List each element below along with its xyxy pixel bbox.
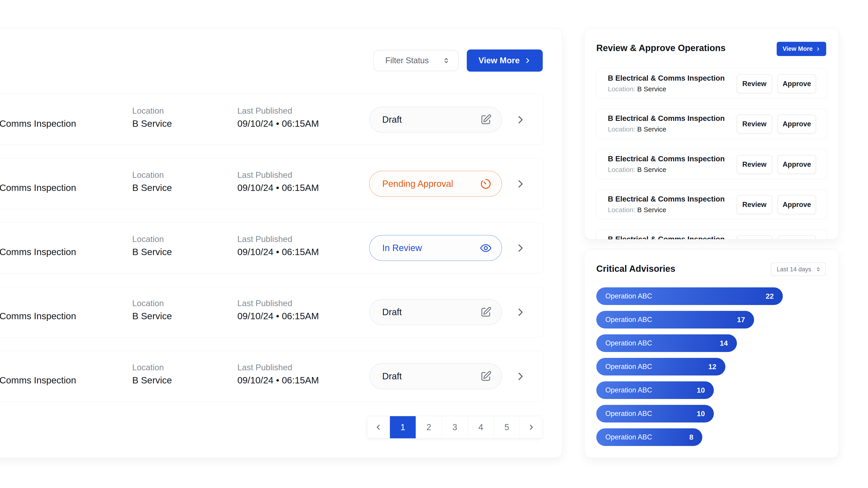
bar-label: Operation ABC (605, 339, 652, 347)
location-label: Location (132, 363, 164, 372)
chevron-right-icon[interactable] (515, 307, 526, 318)
status-badge[interactable]: In Review (369, 235, 502, 261)
location-label: Location: (608, 166, 636, 173)
bar-label: Operation ABC (605, 363, 652, 371)
approve-button[interactable]: Approve (778, 115, 816, 133)
view-more-button[interactable]: View More (467, 50, 543, 72)
published-label: Last Published (237, 363, 292, 372)
location-label: Location (132, 106, 164, 116)
advisories-bar-chart: Operation ABC 22 Operation ABC 17 Operat… (596, 287, 826, 452)
page-number-button[interactable]: 5 (494, 416, 520, 438)
advisory-bar: Operation ABC 22 (596, 287, 783, 305)
inspections-toolbar: Filter Status View More (373, 50, 543, 72)
review-item-title: B Electrical & Comms Inspection (608, 195, 725, 203)
clock-icon (480, 178, 492, 190)
inspection-row[interactable]: B Electrical & Comms Inspection Location… (0, 223, 544, 273)
chevron-right-icon[interactable] (515, 178, 526, 189)
review-item-location: Location: B Service (608, 166, 666, 173)
bar-value: 22 (766, 292, 774, 300)
review-item-location: Location: B Service (608, 206, 666, 214)
view-more-button[interactable]: View More (777, 42, 826, 56)
location-value: B Service (132, 247, 172, 257)
approve-button[interactable]: Approve (778, 74, 816, 93)
inspection-list: B Electrical & Comms Inspection Location… (0, 94, 544, 415)
published-value: 09/10/24 • 06:15AM (237, 311, 319, 322)
panel-title: Critical Advisories (596, 264, 675, 274)
row-title: B Electrical & Comms Inspection (0, 311, 76, 322)
published-label: Last Published (237, 106, 292, 116)
review-item: B Electrical & Comms Inspection Location… (596, 68, 827, 99)
approve-button[interactable]: Approve (778, 235, 816, 239)
advisory-bar: Operation ABC 10 (596, 381, 714, 399)
approve-button[interactable]: Approve (778, 195, 816, 214)
page-number-button[interactable]: 2 (416, 416, 442, 438)
row-title: B Electrical & Comms Inspection (0, 375, 76, 386)
chevron-right-icon (816, 47, 820, 51)
location-value: B Service (637, 85, 666, 93)
bar-value: 8 (689, 433, 693, 442)
published-label: Last Published (237, 299, 292, 308)
status-label: Draft (382, 115, 402, 125)
bar-value: 14 (720, 339, 728, 348)
location-label: Location: (608, 85, 636, 93)
review-button[interactable]: Review (737, 115, 772, 133)
bar-value: 10 (697, 410, 705, 418)
view-more-label: View More (782, 45, 813, 53)
location-value: B Service (637, 206, 666, 214)
inspection-row[interactable]: B Electrical & Comms Inspection Location… (0, 287, 544, 337)
page-number-button[interactable]: 4 (468, 416, 494, 438)
chevron-right-icon[interactable] (515, 114, 526, 125)
review-item-title: B Electrical & Comms Inspection (608, 114, 725, 123)
review-item: B Electrical & Comms Inspection Location… (596, 149, 827, 180)
review-button[interactable]: Review (737, 155, 772, 174)
page-next-button[interactable] (520, 416, 542, 438)
status-badge[interactable]: Draft (369, 107, 502, 133)
status-badge[interactable]: Draft (369, 363, 502, 389)
status-badge[interactable]: Pending Approval (369, 171, 502, 197)
view-more-label: View More (478, 56, 520, 65)
edit-icon (480, 306, 492, 318)
panel-title: Review & Approve Operations (596, 43, 725, 53)
location-label: Location: (608, 206, 636, 214)
bar-label: Operation ABC (605, 433, 652, 441)
advisory-bar: Operation ABC 8 (596, 428, 702, 446)
advisory-bar: Operation ABC 12 (596, 358, 725, 376)
published-label: Last Published (237, 234, 292, 244)
bar-value: 10 (697, 386, 705, 394)
approve-button[interactable]: Approve (778, 155, 816, 174)
location-value: B Service (132, 375, 172, 386)
bar-value: 12 (708, 363, 716, 371)
page-prev-button[interactable] (367, 416, 390, 438)
filter-status-select[interactable]: Filter Status (373, 50, 459, 71)
page-number-button[interactable]: 1 (390, 416, 416, 438)
location-label: Location (132, 299, 164, 308)
location-value: B Service (132, 183, 172, 193)
location-value: B Service (637, 166, 666, 173)
review-button[interactable]: Review (737, 74, 772, 93)
location-label: Location (132, 234, 164, 244)
inspection-row[interactable]: B Electrical & Comms Inspection Location… (0, 94, 544, 145)
chevron-right-icon[interactable] (515, 371, 526, 382)
review-approve-panel: Review & Approve Operations View More B … (584, 28, 839, 239)
location-label: Location: (608, 125, 636, 133)
published-value: 09/10/24 • 06:15AM (237, 375, 319, 386)
review-item-location: Location: B Service (608, 125, 666, 133)
advisory-bar: Operation ABC 17 (596, 311, 754, 328)
review-item: B Electrical & Comms Inspection Location… (596, 189, 827, 220)
bar-label: Operation ABC (605, 292, 652, 300)
inspection-row[interactable]: B Electrical & Comms Inspection Location… (0, 158, 544, 209)
date-range-select[interactable]: Last 14 days (771, 263, 826, 276)
location-value: B Service (637, 125, 666, 133)
inspection-row[interactable]: B Electrical & Comms Inspection Location… (0, 351, 544, 402)
chevron-right-icon[interactable] (515, 242, 526, 254)
page-number-button[interactable]: 3 (442, 416, 468, 438)
location-value: B Service (132, 311, 172, 322)
inspections-panel: Filter Status View More B Electrical & C… (0, 28, 562, 458)
status-badge[interactable]: Draft (369, 299, 502, 325)
review-button[interactable]: Review (737, 195, 772, 214)
review-button[interactable]: Review (737, 235, 772, 239)
location-value: B Service (132, 119, 172, 129)
status-label: Draft (382, 371, 402, 381)
bar-value: 17 (737, 316, 745, 324)
bar-label: Operation ABC (605, 386, 652, 394)
